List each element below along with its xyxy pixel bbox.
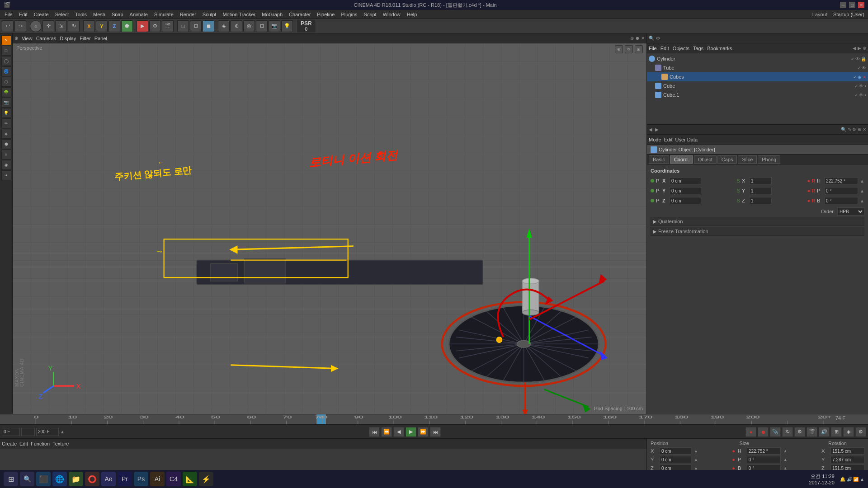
current-frame-input[interactable]	[36, 428, 59, 436]
om-menu-file[interactable]: File	[649, 46, 657, 51]
bottom-sy-input[interactable]	[830, 456, 864, 463]
start-frame-input[interactable]	[2, 428, 20, 436]
point-mode-button[interactable]: Y	[96, 20, 108, 32]
viewport-shaded[interactable]: ◼	[203, 20, 214, 32]
menu-sculpt[interactable]: Sculpt	[200, 11, 219, 18]
bottom-x-input[interactable]	[660, 447, 691, 455]
taskbar-ps[interactable]: Ps	[134, 472, 148, 486]
tool-object[interactable]: □	[1, 46, 11, 56]
taskbar-ae[interactable]: Ae	[101, 472, 116, 486]
menu-pipeline[interactable]: Pipeline	[314, 11, 337, 18]
sz-input[interactable]	[749, 197, 772, 204]
menu-create[interactable]: Create	[31, 11, 52, 18]
cube1-eye[interactable]: 👁	[859, 93, 863, 98]
cubes-tag[interactable]: ◉	[858, 75, 862, 80]
tool-select[interactable]: ↖	[1, 35, 11, 45]
bottom-size-p-input[interactable]	[747, 456, 781, 463]
cubes-special[interactable]: ✕	[863, 75, 866, 80]
bottom-y-arrow[interactable]: ▲	[694, 457, 698, 462]
attr-menu-edit[interactable]: Edit	[664, 137, 673, 142]
tab-coord[interactable]: Coord.	[670, 155, 693, 164]
axis-button[interactable]: ⊕	[231, 20, 242, 32]
light-button[interactable]: 💡	[281, 20, 293, 32]
extra1-button[interactable]: ◈	[843, 427, 854, 437]
freeze-row[interactable]: ▶ Freeze Transformation	[651, 227, 864, 236]
restore-button[interactable]: □	[849, 2, 855, 8]
tool-nurbs[interactable]: 🌀	[1, 66, 11, 76]
object-axis-button[interactable]: ◎	[243, 20, 255, 32]
bottom-sx-input[interactable]	[830, 447, 864, 455]
polygon-mode-button[interactable]: ⬟	[121, 20, 133, 32]
rotate-button[interactable]: ↻	[68, 20, 80, 32]
tool-camera2[interactable]: 📷	[1, 98, 11, 108]
tool-hair[interactable]: ≡	[1, 150, 11, 160]
menu-help[interactable]: Help	[404, 11, 420, 18]
next-keyframe-button[interactable]: ⏩	[418, 427, 429, 437]
rh-input[interactable]	[824, 177, 858, 184]
taskbar-explorer[interactable]: ⬛	[36, 472, 51, 486]
mat-menu-create[interactable]: Create	[2, 441, 17, 446]
rp-arrow[interactable]: ▲	[860, 188, 864, 193]
tube-eye[interactable]: 👁	[862, 66, 866, 70]
frame-arrow[interactable]: ▲	[60, 429, 65, 434]
tool-paint[interactable]: ✏	[1, 118, 11, 128]
om-row-cubes[interactable]: Cubes ✓ ◉ ✕	[647, 72, 868, 81]
grid-button[interactable]: ⊞	[831, 427, 842, 437]
tube-check[interactable]: ✓	[857, 66, 861, 70]
om-menu-edit[interactable]: Edit	[660, 46, 669, 51]
menu-mograph[interactable]: MoGraph	[259, 11, 285, 18]
viewport-single[interactable]: □	[177, 20, 189, 32]
tab-basic[interactable]: Basic	[649, 155, 669, 164]
menu-motion-tracker[interactable]: Motion Tracker	[220, 11, 258, 18]
render-preview-button[interactable]: 🎬	[807, 427, 817, 437]
quaternion-row[interactable]: ▶ Quaternion	[651, 217, 864, 226]
search-icon[interactable]: 🔍	[649, 36, 654, 41]
tool-spline[interactable]: ◯	[1, 56, 11, 66]
om-menu-objects[interactable]: Objects	[673, 46, 689, 51]
render-settings-button[interactable]: ⚙	[149, 20, 161, 32]
attr-nav-next[interactable]: ▶	[655, 127, 659, 132]
om-row-cube1[interactable]: Cube.1 ✓ 👁 •	[647, 90, 868, 99]
skip-to-end-button[interactable]: ⏭	[430, 427, 441, 437]
menu-plugins[interactable]: Plugins	[338, 11, 360, 18]
viewport-quad[interactable]: ⊞	[190, 20, 202, 32]
om-menu-tags[interactable]: Tags	[693, 46, 703, 51]
pz-input[interactable]	[670, 197, 701, 204]
taskbar-c4d[interactable]: C4	[166, 472, 181, 486]
play-forward-button[interactable]: ▶	[406, 427, 416, 437]
record-settings-button[interactable]: ⚙	[794, 427, 805, 437]
close-button[interactable]: ✕	[858, 2, 864, 8]
taskbar-ai[interactable]: Ai	[150, 472, 165, 486]
tool-motion[interactable]: ◉	[1, 160, 11, 170]
skip-to-start-button[interactable]: ⏮	[369, 427, 380, 437]
menu-snap[interactable]: Snap	[109, 11, 126, 18]
bottom-size-h-input[interactable]	[747, 447, 781, 455]
sy-input[interactable]	[749, 187, 772, 194]
cubes-check[interactable]: ✓	[853, 75, 857, 80]
vp-menu-view[interactable]: View	[22, 36, 33, 41]
attr-menu-userdata[interactable]: User Data	[675, 137, 698, 142]
menu-mesh[interactable]: Mesh	[90, 11, 108, 18]
cube-eye[interactable]: 👁	[859, 84, 863, 89]
frame-rate-input[interactable]	[21, 428, 35, 436]
py-input[interactable]	[670, 187, 701, 194]
rh-arrow[interactable]: ▲	[860, 178, 864, 183]
cube-check[interactable]: ✓	[854, 84, 858, 89]
vp-menu-filter[interactable]: Filter	[80, 36, 90, 41]
redo-button[interactable]: ↪	[14, 20, 26, 32]
camera-button[interactable]: 📷	[269, 20, 280, 32]
cylinder-lock[interactable]: 🔒	[861, 56, 866, 61]
tab-phong[interactable]: Phong	[758, 155, 780, 164]
bottom-h-arrow[interactable]: ▲	[783, 449, 788, 453]
cylinder-check[interactable]: ✓	[851, 56, 854, 61]
loop-button[interactable]: ↻	[782, 427, 793, 437]
motion-clip-button[interactable]: 📎	[770, 427, 781, 437]
order-select[interactable]: HPB	[837, 207, 864, 216]
edge-mode-button[interactable]: Z	[108, 20, 120, 32]
sound-button[interactable]: 🔊	[819, 427, 830, 437]
tool-scene[interactable]: 🌳	[1, 87, 11, 97]
menu-animate[interactable]: Animate	[127, 11, 151, 18]
scale-button[interactable]: ⇲	[55, 20, 67, 32]
vp-menu-display[interactable]: Display	[60, 36, 76, 41]
tab-object[interactable]: Object	[694, 155, 717, 164]
